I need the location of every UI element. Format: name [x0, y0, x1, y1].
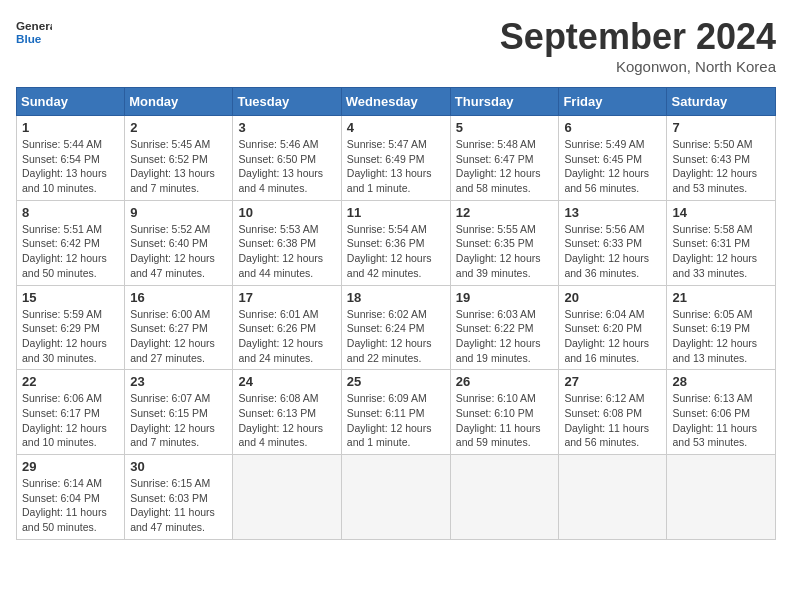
calendar-cell	[667, 455, 776, 540]
day-info: Sunrise: 6:10 AMSunset: 6:10 PMDaylight:…	[456, 391, 554, 450]
calendar-cell: 5Sunrise: 5:48 AMSunset: 6:47 PMDaylight…	[450, 116, 559, 201]
day-number: 20	[564, 290, 661, 305]
day-info: Sunrise: 6:05 AMSunset: 6:19 PMDaylight:…	[672, 307, 770, 366]
calendar-cell: 9Sunrise: 5:52 AMSunset: 6:40 PMDaylight…	[125, 200, 233, 285]
calendar-cell: 16Sunrise: 6:00 AMSunset: 6:27 PMDayligh…	[125, 285, 233, 370]
day-number: 21	[672, 290, 770, 305]
day-info: Sunrise: 5:52 AMSunset: 6:40 PMDaylight:…	[130, 222, 227, 281]
calendar-cell: 4Sunrise: 5:47 AMSunset: 6:49 PMDaylight…	[341, 116, 450, 201]
day-number: 11	[347, 205, 445, 220]
week-row-2: 8Sunrise: 5:51 AMSunset: 6:42 PMDaylight…	[17, 200, 776, 285]
calendar-table: SundayMondayTuesdayWednesdayThursdayFrid…	[16, 87, 776, 540]
week-row-1: 1Sunrise: 5:44 AMSunset: 6:54 PMDaylight…	[17, 116, 776, 201]
calendar-cell: 12Sunrise: 5:55 AMSunset: 6:35 PMDayligh…	[450, 200, 559, 285]
header-cell-monday: Monday	[125, 88, 233, 116]
calendar-cell: 23Sunrise: 6:07 AMSunset: 6:15 PMDayligh…	[125, 370, 233, 455]
day-number: 4	[347, 120, 445, 135]
calendar-cell: 18Sunrise: 6:02 AMSunset: 6:24 PMDayligh…	[341, 285, 450, 370]
day-info: Sunrise: 6:01 AMSunset: 6:26 PMDaylight:…	[238, 307, 335, 366]
calendar-cell: 13Sunrise: 5:56 AMSunset: 6:33 PMDayligh…	[559, 200, 667, 285]
day-number: 2	[130, 120, 227, 135]
calendar-cell: 14Sunrise: 5:58 AMSunset: 6:31 PMDayligh…	[667, 200, 776, 285]
calendar-cell: 15Sunrise: 5:59 AMSunset: 6:29 PMDayligh…	[17, 285, 125, 370]
calendar-cell: 6Sunrise: 5:49 AMSunset: 6:45 PMDaylight…	[559, 116, 667, 201]
day-number: 26	[456, 374, 554, 389]
day-number: 3	[238, 120, 335, 135]
day-number: 5	[456, 120, 554, 135]
day-number: 22	[22, 374, 119, 389]
day-number: 10	[238, 205, 335, 220]
logo: General Blue	[16, 16, 52, 52]
calendar-cell: 17Sunrise: 6:01 AMSunset: 6:26 PMDayligh…	[233, 285, 341, 370]
day-info: Sunrise: 6:14 AMSunset: 6:04 PMDaylight:…	[22, 476, 119, 535]
day-info: Sunrise: 5:55 AMSunset: 6:35 PMDaylight:…	[456, 222, 554, 281]
header-cell-friday: Friday	[559, 88, 667, 116]
day-number: 16	[130, 290, 227, 305]
calendar-cell: 29Sunrise: 6:14 AMSunset: 6:04 PMDayligh…	[17, 455, 125, 540]
calendar-cell: 3Sunrise: 5:46 AMSunset: 6:50 PMDaylight…	[233, 116, 341, 201]
header-cell-thursday: Thursday	[450, 88, 559, 116]
calendar-cell: 8Sunrise: 5:51 AMSunset: 6:42 PMDaylight…	[17, 200, 125, 285]
page-header: General Blue September 2024 Kogonwon, No…	[16, 16, 776, 75]
day-info: Sunrise: 5:56 AMSunset: 6:33 PMDaylight:…	[564, 222, 661, 281]
day-number: 13	[564, 205, 661, 220]
calendar-cell: 1Sunrise: 5:44 AMSunset: 6:54 PMDaylight…	[17, 116, 125, 201]
day-info: Sunrise: 6:13 AMSunset: 6:06 PMDaylight:…	[672, 391, 770, 450]
day-info: Sunrise: 5:48 AMSunset: 6:47 PMDaylight:…	[456, 137, 554, 196]
calendar-cell: 24Sunrise: 6:08 AMSunset: 6:13 PMDayligh…	[233, 370, 341, 455]
calendar-cell	[450, 455, 559, 540]
location: Kogonwon, North Korea	[500, 58, 776, 75]
day-number: 1	[22, 120, 119, 135]
day-info: Sunrise: 5:45 AMSunset: 6:52 PMDaylight:…	[130, 137, 227, 196]
svg-text:Blue: Blue	[16, 32, 42, 45]
header-cell-wednesday: Wednesday	[341, 88, 450, 116]
calendar-cell: 2Sunrise: 5:45 AMSunset: 6:52 PMDaylight…	[125, 116, 233, 201]
calendar-cell: 22Sunrise: 6:06 AMSunset: 6:17 PMDayligh…	[17, 370, 125, 455]
calendar-cell: 27Sunrise: 6:12 AMSunset: 6:08 PMDayligh…	[559, 370, 667, 455]
day-info: Sunrise: 5:49 AMSunset: 6:45 PMDaylight:…	[564, 137, 661, 196]
day-info: Sunrise: 6:15 AMSunset: 6:03 PMDaylight:…	[130, 476, 227, 535]
header-cell-tuesday: Tuesday	[233, 88, 341, 116]
day-info: Sunrise: 6:07 AMSunset: 6:15 PMDaylight:…	[130, 391, 227, 450]
day-info: Sunrise: 6:00 AMSunset: 6:27 PMDaylight:…	[130, 307, 227, 366]
week-row-3: 15Sunrise: 5:59 AMSunset: 6:29 PMDayligh…	[17, 285, 776, 370]
day-number: 23	[130, 374, 227, 389]
calendar-cell: 30Sunrise: 6:15 AMSunset: 6:03 PMDayligh…	[125, 455, 233, 540]
day-number: 6	[564, 120, 661, 135]
month-title: September 2024	[500, 16, 776, 58]
day-info: Sunrise: 5:53 AMSunset: 6:38 PMDaylight:…	[238, 222, 335, 281]
day-info: Sunrise: 5:44 AMSunset: 6:54 PMDaylight:…	[22, 137, 119, 196]
day-info: Sunrise: 5:58 AMSunset: 6:31 PMDaylight:…	[672, 222, 770, 281]
day-number: 9	[130, 205, 227, 220]
day-info: Sunrise: 5:54 AMSunset: 6:36 PMDaylight:…	[347, 222, 445, 281]
day-info: Sunrise: 6:02 AMSunset: 6:24 PMDaylight:…	[347, 307, 445, 366]
day-info: Sunrise: 5:50 AMSunset: 6:43 PMDaylight:…	[672, 137, 770, 196]
calendar-cell: 7Sunrise: 5:50 AMSunset: 6:43 PMDaylight…	[667, 116, 776, 201]
week-row-5: 29Sunrise: 6:14 AMSunset: 6:04 PMDayligh…	[17, 455, 776, 540]
calendar-cell: 20Sunrise: 6:04 AMSunset: 6:20 PMDayligh…	[559, 285, 667, 370]
day-number: 29	[22, 459, 119, 474]
calendar-cell	[341, 455, 450, 540]
calendar-cell: 21Sunrise: 6:05 AMSunset: 6:19 PMDayligh…	[667, 285, 776, 370]
day-info: Sunrise: 5:51 AMSunset: 6:42 PMDaylight:…	[22, 222, 119, 281]
day-info: Sunrise: 5:47 AMSunset: 6:49 PMDaylight:…	[347, 137, 445, 196]
day-number: 17	[238, 290, 335, 305]
day-info: Sunrise: 6:03 AMSunset: 6:22 PMDaylight:…	[456, 307, 554, 366]
logo-icon: General Blue	[16, 16, 52, 52]
svg-text:General: General	[16, 19, 52, 32]
header-cell-saturday: Saturday	[667, 88, 776, 116]
day-number: 25	[347, 374, 445, 389]
day-number: 14	[672, 205, 770, 220]
day-info: Sunrise: 6:08 AMSunset: 6:13 PMDaylight:…	[238, 391, 335, 450]
day-info: Sunrise: 6:12 AMSunset: 6:08 PMDaylight:…	[564, 391, 661, 450]
day-number: 18	[347, 290, 445, 305]
day-info: Sunrise: 6:09 AMSunset: 6:11 PMDaylight:…	[347, 391, 445, 450]
day-number: 19	[456, 290, 554, 305]
calendar-cell	[233, 455, 341, 540]
day-number: 28	[672, 374, 770, 389]
day-number: 24	[238, 374, 335, 389]
calendar-cell: 19Sunrise: 6:03 AMSunset: 6:22 PMDayligh…	[450, 285, 559, 370]
calendar-cell: 28Sunrise: 6:13 AMSunset: 6:06 PMDayligh…	[667, 370, 776, 455]
week-row-4: 22Sunrise: 6:06 AMSunset: 6:17 PMDayligh…	[17, 370, 776, 455]
calendar-cell: 10Sunrise: 5:53 AMSunset: 6:38 PMDayligh…	[233, 200, 341, 285]
